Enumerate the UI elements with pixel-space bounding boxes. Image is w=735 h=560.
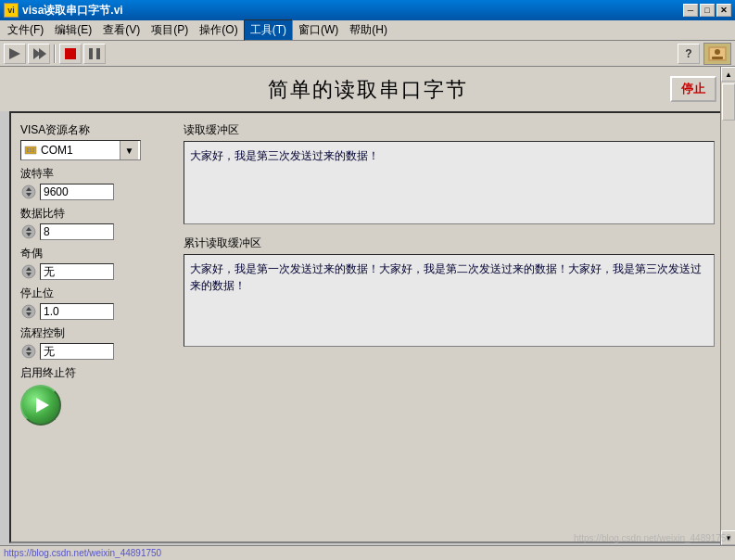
svg-rect-13 [32,148,34,150]
play-icon [36,398,49,413]
toolbar-separator [54,45,56,63]
scrollbar[interactable]: ▲ ▼ [720,67,735,545]
run-btn[interactable] [4,44,26,64]
toolbar: ? [0,41,735,67]
svg-rect-10 [25,146,36,154]
status-url: https://blog.csdn.net/weixin_44891750 [4,548,161,558]
svg-rect-14 [27,151,29,153]
left-panel: VISA资源名称 COM1 ▼ 波特率 [20,122,169,532]
termchar-label: 启用终止符 [20,365,169,381]
title-bar-title: visa读取串口字节.vi [22,3,683,19]
svg-rect-4 [89,48,93,59]
avatar [703,43,731,65]
help-btn[interactable]: ? [678,44,700,64]
databits-label: 数据比特 [20,206,169,222]
title-bar-buttons: ─ □ ✕ [683,4,731,17]
menu-window[interactable]: 窗口(W) [293,20,344,40]
svg-rect-16 [32,151,34,153]
app-icon: vi [4,3,19,18]
flowctrl-label: 流程控制 [20,325,169,341]
scroll-thumb[interactable] [722,83,735,121]
cumulative-buffer-label: 累计读取缓冲区 [184,235,715,251]
stopbits-input[interactable] [40,303,114,320]
cumulative-buffer-section: 累计读取缓冲区 大家好，我是第一次发送过来的数据！大家好，我是第二次发送过来的数… [184,235,715,347]
parity-spin-icon [20,263,37,280]
menu-operate[interactable]: 操作(O) [194,20,243,40]
run-continuously-btn[interactable] [28,44,50,64]
menu-edit[interactable]: 编辑(E) [49,20,97,40]
svg-marker-2 [39,48,46,59]
close-button[interactable]: ✕ [716,4,731,17]
read-buffer-text: 大家好，我是第三次发送过来的数据！ [184,141,715,224]
databits-spin-icon [20,223,37,240]
menu-help[interactable]: 帮助(H) [344,20,393,40]
read-buffer-section: 读取缓冲区 大家好，我是第三次发送过来的数据！ [184,122,715,224]
stopbits-row [20,303,169,320]
baud-spin-icon [20,184,37,200]
cumulative-buffer-text: 大家好，我是第一次发送过来的数据！大家好，我是第二次发送过来的数据！大家好，我是… [184,254,715,347]
svg-rect-12 [30,148,32,150]
stopbits-spin-icon [20,303,37,320]
com-connector-icon [23,143,38,158]
svg-rect-5 [96,48,100,59]
menu-project[interactable]: 项目(P) [146,20,194,40]
menu-view[interactable]: 查看(V) [97,20,146,40]
com-dropdown-arrow[interactable]: ▼ [120,141,138,159]
com-value: COM1 [41,144,120,157]
read-buffer-label: 读取缓冲区 [184,122,715,138]
main-area: 简单的读取串口字节 停止 VISA资源名称 [0,67,735,545]
minimize-button[interactable]: ─ [683,4,698,17]
scroll-up-btn[interactable]: ▲ [721,67,735,82]
flowctrl-spin-icon [20,343,37,360]
databits-input[interactable] [40,223,114,240]
parity-label: 奇偶 [20,246,169,261]
com-select[interactable]: COM1 ▼ [20,140,141,160]
menu-tools[interactable]: 工具(T) [244,19,293,41]
parity-row [20,263,169,280]
svg-rect-15 [30,151,32,153]
baud-row [20,184,169,200]
right-panel: 读取缓冲区 大家好，我是第三次发送过来的数据！ 累计读取缓冲区 大家好，我是第一… [184,122,715,532]
baud-label: 波特率 [20,166,169,182]
title-bar: vi visa读取串口字节.vi ─ □ ✕ [0,0,735,20]
page-title: 简单的读取串口字节 [0,76,735,104]
maximize-button[interactable]: □ [700,4,715,17]
menu-file[interactable]: 文件(F) [2,20,49,40]
flowctrl-row [20,343,169,360]
baud-input[interactable] [40,184,114,200]
svg-rect-9 [712,57,723,59]
parity-input[interactable] [40,263,114,280]
databits-row [20,223,169,240]
stopbits-label: 停止位 [20,286,169,301]
svg-rect-3 [65,48,76,59]
page-title-area: 简单的读取串口字节 停止 [0,67,735,111]
svg-rect-11 [27,148,29,150]
visa-label: VISA资源名称 [20,122,169,138]
stop-button[interactable]: 停止 [670,76,716,102]
watermark: https://blog.csdn.net/weixin_44891750 [574,533,731,543]
content-panel: VISA资源名称 COM1 ▼ 波特率 [9,111,726,543]
svg-point-8 [715,49,720,55]
status-bar: https://blog.csdn.net/weixin_44891750 [0,545,735,560]
stop-btn[interactable] [59,44,82,64]
menu-bar: 文件(F) 编辑(E) 查看(V) 项目(P) 操作(O) 工具(T) 窗口(W… [0,20,735,41]
flowctrl-input[interactable] [40,343,114,360]
svg-marker-0 [9,48,20,59]
pause-btn[interactable] [83,44,106,64]
enable-termchar-button[interactable] [20,385,61,426]
